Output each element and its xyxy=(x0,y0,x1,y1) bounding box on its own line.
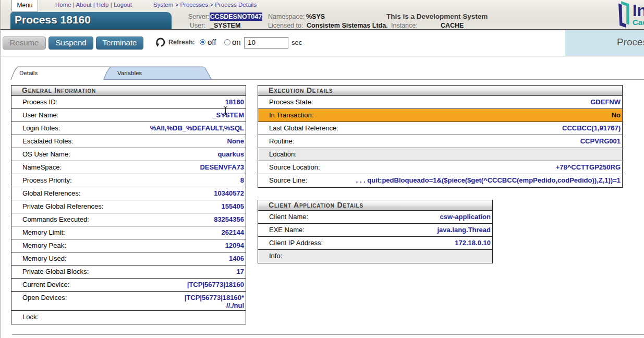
svg-text:Cac: Cac xyxy=(633,18,644,27)
svg-text:Variables: Variables xyxy=(117,70,142,76)
svg-text:In: In xyxy=(633,2,644,20)
svg-text:Details: Details xyxy=(19,70,38,76)
